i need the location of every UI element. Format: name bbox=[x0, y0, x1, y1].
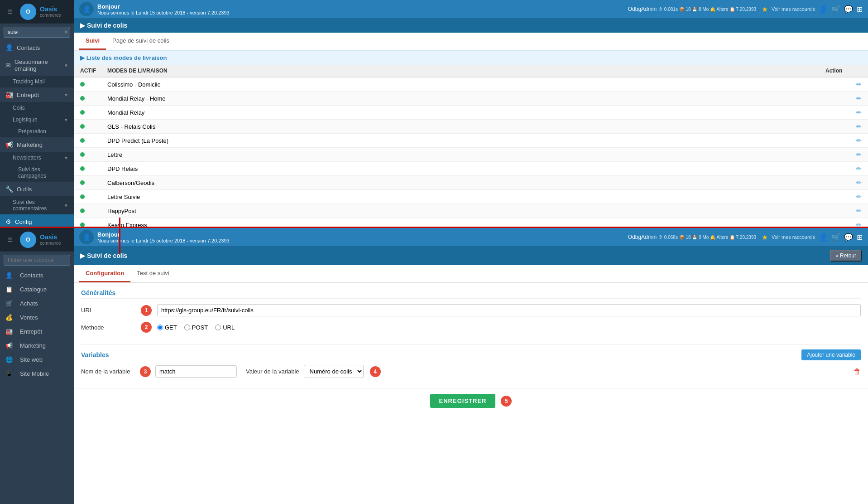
methode-row: Methode 2 GET POST URL bbox=[81, 322, 861, 333]
sidebar-item-config[interactable]: ⚙ Config bbox=[0, 214, 74, 227]
edit-icon[interactable]: ✏ bbox=[825, 207, 862, 214]
chat-icon-2[interactable]: 💬 bbox=[844, 233, 853, 242]
method-post-radio[interactable]: POST bbox=[184, 324, 208, 331]
topbar2-left: 👤 Bonjour Nous sommes le Lundi 15 octobr… bbox=[79, 230, 230, 244]
save-button[interactable]: ENREGISTRER bbox=[430, 394, 496, 408]
search-clear-icon[interactable]: ✕ bbox=[64, 29, 68, 35]
sidebar-item-site-mobile[interactable]: 📱 Site Mobile bbox=[0, 367, 74, 381]
sidebar-item-emailing[interactable]: ✉ Gestionnaire emailing ▼ bbox=[0, 55, 74, 76]
mode-name: Lettre bbox=[107, 151, 825, 158]
sidebar-item-contacts[interactable]: 👤 Contacts bbox=[0, 40, 74, 55]
method-get-input[interactable] bbox=[157, 325, 163, 330]
var-value-select[interactable]: Numéro de colis bbox=[304, 365, 364, 378]
sidebar-sub-tracking-mail[interactable]: Tracking Mail bbox=[0, 76, 74, 87]
back-button[interactable]: « Retour bbox=[830, 250, 862, 262]
sidebar-search-wrapper: ✕ bbox=[0, 24, 74, 40]
arrow-icon-5: ▼ bbox=[64, 203, 68, 208]
delete-variable-icon[interactable]: 🗑 bbox=[854, 368, 861, 376]
cart-icon[interactable]: 🛒 bbox=[831, 5, 840, 14]
edit-icon[interactable]: ✏ bbox=[825, 221, 862, 227]
sidebar-sub-commentaires[interactable]: Suivi des commentaires ▼ bbox=[0, 196, 74, 214]
red-line-divider bbox=[119, 218, 120, 254]
search-input[interactable] bbox=[4, 27, 70, 38]
tab-test-suivi[interactable]: Test de suivi bbox=[130, 265, 176, 282]
sidebar-item-entrepot[interactable]: 🏭 Entrepôt ▼ bbox=[0, 87, 74, 102]
favorites-icon-2[interactable]: ★ bbox=[762, 233, 768, 242]
table-row: Colissimo - Domicile ✏ bbox=[74, 78, 868, 92]
url-input[interactable] bbox=[157, 304, 861, 316]
url-row: URL 1 bbox=[81, 304, 861, 316]
apps-icon[interactable]: ⊞ bbox=[857, 5, 863, 14]
status-dot bbox=[80, 124, 85, 129]
sidebar-sub-colis[interactable]: Colis bbox=[0, 102, 74, 114]
chat-icon[interactable]: 💬 bbox=[844, 5, 853, 14]
site-web-icon: 🌐 bbox=[5, 356, 13, 363]
status-dot bbox=[80, 194, 85, 199]
edit-icon[interactable]: ✏ bbox=[825, 81, 862, 88]
sidebar-item-site-web[interactable]: 🌐 Site web bbox=[0, 353, 74, 367]
mode-name: Lettre Suivie bbox=[107, 194, 825, 200]
cart-icon-2[interactable]: 🛒 bbox=[831, 233, 840, 242]
favorites-icon[interactable]: ★ bbox=[762, 5, 768, 14]
var-number-4: 4 bbox=[370, 366, 381, 377]
logo-icon-2: O bbox=[20, 232, 36, 248]
tab-configuration[interactable]: Configuration bbox=[79, 265, 130, 282]
method-post-input[interactable] bbox=[184, 325, 190, 330]
topbar: 👤 Bonjour Nous sommes le Lundi 15 octobr… bbox=[74, 0, 868, 18]
table-row: DPD Predict (La Poste) ✏ bbox=[74, 134, 868, 148]
edit-icon[interactable]: ✏ bbox=[825, 123, 862, 130]
apps-icon-2[interactable]: ⊞ bbox=[857, 233, 863, 242]
page-title-2: Suivi de colis bbox=[87, 252, 127, 259]
edit-icon[interactable]: ✏ bbox=[825, 179, 862, 186]
outils-icon: 🔧 bbox=[5, 185, 13, 193]
profile-icon-2[interactable]: 👤 bbox=[819, 233, 828, 242]
method-url-radio[interactable]: URL bbox=[215, 324, 235, 331]
topbar2-right: OdbgAdmin ⏱ 0.068s 📦 18 💾 9 Mo 🔔 Alters … bbox=[628, 233, 863, 242]
menu-icon-2[interactable]: ☰ bbox=[4, 233, 16, 247]
add-variable-button[interactable]: Ajouter une variable bbox=[801, 349, 861, 360]
table-row: Keavo Express ✏ bbox=[74, 218, 868, 227]
mode-name: Mondial Relay - Home bbox=[107, 95, 825, 102]
ventes-icon: 💰 bbox=[5, 314, 13, 321]
sidebar-item-marketing[interactable]: 📢 Marketing bbox=[0, 137, 74, 152]
variable-row-1: Nom de la variable 3 Valeur de la variab… bbox=[81, 365, 861, 378]
sidebar-item-entrepot-2[interactable]: 🏭 Entrepôt bbox=[0, 325, 74, 339]
config-tabs: Configuration Test de suivi bbox=[74, 265, 868, 283]
table-row: Mondial Relay ✏ bbox=[74, 106, 868, 120]
emailing-icon: ✉ bbox=[5, 62, 11, 69]
tab-suivi[interactable]: Suivi bbox=[79, 33, 106, 50]
table-row: Mondial Relay - Home ✏ bbox=[74, 92, 868, 106]
search-input-2[interactable] bbox=[4, 255, 70, 266]
edit-icon[interactable]: ✏ bbox=[825, 165, 862, 172]
sidebar-bottom-search-wrapper bbox=[0, 252, 74, 268]
mode-name: Calberson/Geodis bbox=[107, 179, 825, 186]
section-header[interactable]: ▶ Liste des modes de livraison bbox=[74, 50, 868, 65]
save-area: ENREGISTRER 5 bbox=[74, 388, 868, 413]
edit-icon[interactable]: ✏ bbox=[825, 95, 862, 102]
tab-page-suivi[interactable]: Page de suivi de colis bbox=[106, 33, 176, 50]
sidebar-item-outils[interactable]: 🔧 Outils bbox=[0, 182, 74, 196]
var-name-input[interactable] bbox=[155, 365, 237, 378]
sidebar-item-catalogue[interactable]: 📋 Catalogue bbox=[0, 282, 74, 296]
profile-icon[interactable]: 👤 bbox=[819, 5, 828, 14]
sidebar-sub-newsletters[interactable]: Newsletters ▼ bbox=[0, 152, 74, 164]
method-get-radio[interactable]: GET bbox=[157, 324, 177, 331]
edit-icon[interactable]: ✏ bbox=[825, 109, 862, 116]
sidebar-item-achats[interactable]: 🛒 Achats bbox=[0, 296, 74, 310]
mode-name: HappyPost bbox=[107, 208, 825, 214]
sidebar-sub-suivi-campagnes[interactable]: Suivi des campagnes bbox=[0, 164, 74, 182]
edit-icon[interactable]: ✏ bbox=[825, 151, 862, 158]
catalogue-icon: 📋 bbox=[5, 286, 13, 293]
mode-name: GLS - Relais Colis bbox=[107, 123, 825, 130]
sidebar-item-ventes[interactable]: 💰 Ventes bbox=[0, 310, 74, 325]
method-url-input[interactable] bbox=[215, 325, 221, 330]
edit-icon[interactable]: ✏ bbox=[825, 137, 862, 144]
sidebar-item-marketing-2[interactable]: 📢 Marketing bbox=[0, 339, 74, 353]
mode-name: Mondial Relay bbox=[107, 109, 825, 116]
sidebar-sub-logistique[interactable]: Logistique ▼ bbox=[0, 114, 74, 126]
edit-icon[interactable]: ✏ bbox=[825, 193, 862, 200]
var-name-label: Nom de la variable bbox=[81, 368, 135, 375]
menu-icon[interactable]: ☰ bbox=[4, 5, 16, 19]
sidebar-sub-preparation[interactable]: Préparation bbox=[0, 126, 74, 137]
sidebar-item-contacts-2[interactable]: 👤 Contacts bbox=[0, 268, 74, 282]
